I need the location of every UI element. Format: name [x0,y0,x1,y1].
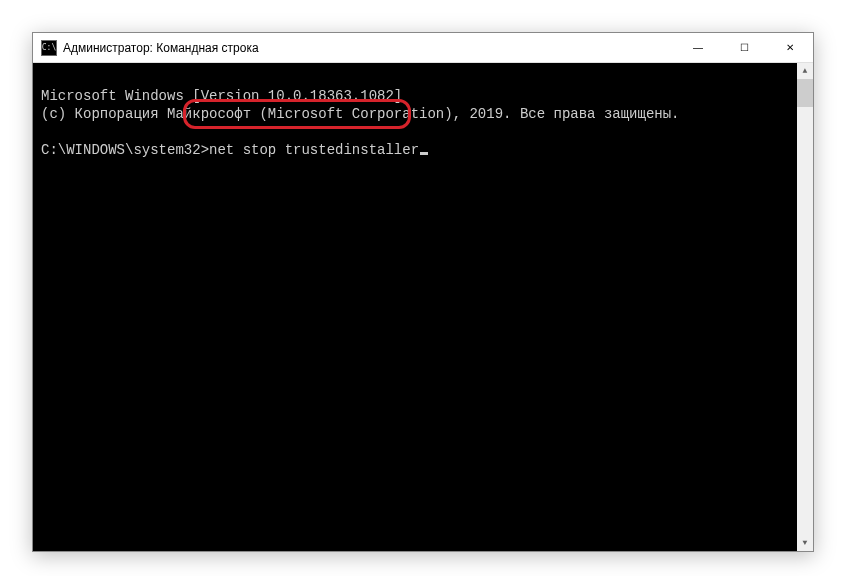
console-output[interactable]: Microsoft Windows [Version 10.0.18363.10… [33,63,813,551]
console-line: Microsoft Windows [Version 10.0.18363.10… [41,88,402,104]
vertical-scrollbar[interactable]: ▲ ▼ [797,63,813,551]
window-title: Администратор: Командная строка [63,41,675,55]
scroll-up-arrow[interactable]: ▲ [797,63,813,79]
typed-command: net stop trustedinstaller [209,142,419,158]
scrollbar-thumb[interactable] [797,79,813,107]
text-cursor [420,152,428,155]
console-line: (c) Корпорация Майкрософт (Microsoft Cor… [41,106,680,122]
command-prompt-window: C:\ Администратор: Командная строка — ☐ … [32,32,814,552]
maximize-button[interactable]: ☐ [721,33,767,62]
window-controls: — ☐ ✕ [675,33,813,62]
scroll-down-arrow[interactable]: ▼ [797,535,813,551]
close-button[interactable]: ✕ [767,33,813,62]
prompt-path: C:\WINDOWS\system32> [41,142,209,158]
titlebar[interactable]: C:\ Администратор: Командная строка — ☐ … [33,33,813,63]
minimize-button[interactable]: — [675,33,721,62]
cmd-icon: C:\ [41,40,57,56]
